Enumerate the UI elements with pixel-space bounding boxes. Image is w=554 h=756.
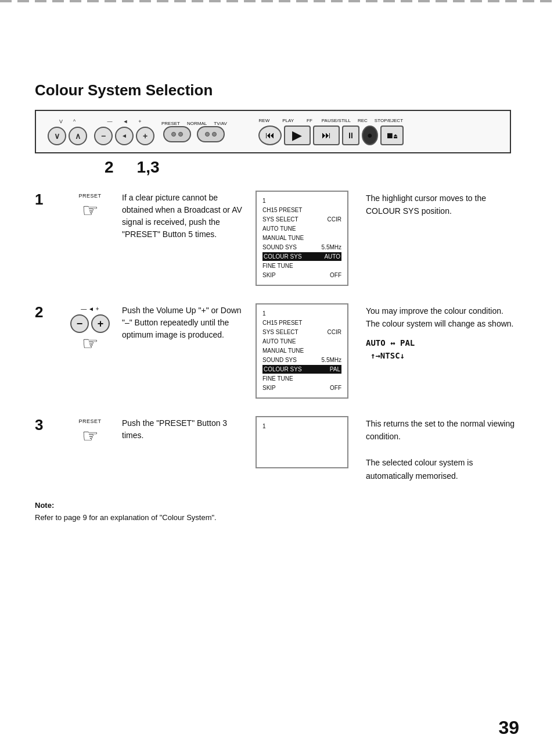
normal-lbl: NORMAL [187,121,207,126]
dot-right [178,132,183,137]
rec-lbl: REC [358,118,368,123]
normal-btn[interactable] [197,126,225,142]
step-1-row: 1 PRESET ☞ If a clear picture cannot be … [35,191,519,286]
arrow-diagram: AUTO ↔ PAL ↑→NTSC↓ [366,336,519,363]
step-1-preset-label: PRESET [78,193,101,199]
rew-btn[interactable]: ⏮ [258,126,282,145]
note-section: Note: Refer to page 9 for an explanation… [35,500,519,524]
transport-group: REW PLAY FF PAUSE/STILL REC STOP/EJECT ⏮… [258,118,404,145]
step-2-note-line2: The colour system will change as shown. [366,317,519,330]
minus-btn[interactable]: − [94,127,113,145]
screen1-sys-select: SYS SELECT CCIR [262,215,341,224]
minus-plus-group: — ◄ + − + [70,306,110,333]
step-3-text: Push the "PRESET" Button 3 times. [116,416,244,442]
preset-btn[interactable] [163,126,191,142]
stop-eject-btn[interactable]: ⏹⏏ [380,126,404,145]
screen2-fine-tune: FINE TUNE [262,374,341,383]
number-row: 2 1,3 [105,158,519,177]
screen2-skip: SKIP OFF [262,384,341,392]
page: Colour System Selection V ^ ∨ ∧ — ◄ + − … [0,0,554,756]
rew-lbl: REW [259,118,270,123]
v-down-label: ^ [73,119,75,124]
play-btn[interactable]: ▶ [284,126,311,145]
step-2-note-line1: You may improve the colour condition. [366,304,519,317]
dot-left [171,132,176,137]
ff-btn[interactable]: ⏭ [313,126,340,145]
minus-label: — [107,119,112,124]
step-3-screen-box: 1 [256,416,348,468]
mp-label: — ◄ + [81,306,99,312]
screen1-line1: 1 [262,196,341,205]
note-text: Refer to page 9 for an explanation of "C… [35,512,519,524]
screen2-colour-sys: COLOUR SYS PAL [262,365,341,374]
step-3-note-line2: The selected colour system is automatica… [366,456,519,482]
step-3-number: 3 [35,416,64,434]
stop-lbl: STOP/EJECT [375,118,403,123]
pause-lbl: PAUSE/STILL [322,118,351,123]
step-3-row: 3 PRESET ☞ Push the "PRESET" Button 3 ti… [35,416,519,482]
step-1-description: If a clear picture cannot be obtained wh… [122,193,242,239]
screen2-manual-tune: MANUAL TUNE [262,346,341,355]
dot2-right [212,132,217,137]
plus-label: + [138,119,141,124]
step-2-description: Push the Volume Up "+" or Down "–" Butto… [122,306,242,339]
v-up-btn[interactable]: ∨ [48,127,66,145]
tvav-lbl: TV/AV [214,121,227,126]
step2-minus-btn[interactable]: − [70,314,89,333]
preset-lbl: PRESET [161,121,180,126]
step-3-note-line1: This returns the set to the normal viewi… [366,417,519,443]
step-1-screen: 1 CH15 PRESET SYS SELECT CCIR AUTO TUNE … [256,191,348,286]
arrow-btn[interactable]: ◄ [115,127,134,145]
step-3-preset-label: PRESET [78,418,101,424]
vol-buttons: V ^ ∨ ∧ [48,119,87,145]
screen2-auto-tune: AUTO TUNE [262,337,341,346]
step-2-icon: — ◄ + − + ☞ [64,303,116,353]
arrow-label: ◄ [123,119,128,124]
step-3-description: Push the "PRESET" Button 3 times. [122,418,227,440]
screen1-ch: CH15 PRESET [262,206,341,214]
screen1-fine-tune: FINE TUNE [262,261,341,270]
pause-btn[interactable]: ⏸ [342,126,359,145]
screen1-skip: SKIP OFF [262,271,341,280]
arrow-line2: ↑→NTSC↓ [370,349,519,362]
step-1-text: If a clear picture cannot be obtained wh… [116,191,244,241]
screen2-sys-select: SYS SELECT CCIR [262,328,341,336]
step-2-number: 2 [35,303,64,321]
ff-lbl: FF [307,118,312,123]
step-3-hand-icon: ☞ [82,427,99,445]
step-3-icon: PRESET ☞ [64,416,116,445]
step-1-hand-icon: ☞ [82,201,99,220]
step-1-icon: PRESET ☞ [64,191,116,220]
page-title: Colour System Selection [35,81,519,99]
note-label: Note: [35,500,519,512]
screen1-manual-tune: MANUAL TUNE [262,234,341,242]
step-2-screen-box: 1 CH15 PRESET SYS SELECT CCIR AUTO TUNE … [256,303,348,399]
mp-btns: − + [70,314,110,333]
v-down-btn[interactable]: ∧ [69,127,87,145]
step2-plus-btn[interactable]: + [91,314,110,333]
screen2-sound-sys: SOUND SYS 5.5MHz [262,356,341,364]
screen3-line1: 1 [262,422,341,431]
minus-arrow-plus-buttons: — ◄ + − ◄ + [94,119,154,145]
page-number: 39 [498,717,519,739]
step-2-note: You may improve the colour condition. Th… [348,303,519,363]
step-3-screen: 1 [256,416,348,468]
step-1-screen-box: 1 CH15 PRESET SYS SELECT CCIR AUTO TUNE … [256,191,348,286]
preset-group: PRESET NORMAL TV/AV [161,121,227,142]
num-2: 2 [105,158,114,177]
screen1-colour-sys: COLOUR SYS AUTO [262,252,341,261]
step-2-row: 2 — ◄ + − + ☞ Push the Volume Up "+" or … [35,303,519,399]
screen1-sound-sys: SOUND SYS 5.5MHz [262,243,341,252]
arrow-line1: AUTO ↔ PAL [366,336,519,349]
num-13: 1,3 [137,158,160,177]
step-2-hand-icon: ☞ [82,334,99,353]
rec-btn[interactable]: ● [362,126,378,145]
dot2-left [205,132,210,137]
play-lbl: PLAY [282,118,294,123]
remote-diagram: V ^ ∨ ∧ — ◄ + − ◄ + PRESET [35,110,511,153]
screen2-line1: 1 [262,309,341,318]
v-up-label: V [59,119,63,124]
step-1-note: The highlight cursor moves to the COLOUR… [348,191,519,218]
screen1-auto-tune: AUTO TUNE [262,224,341,233]
plus-btn[interactable]: + [136,127,154,145]
